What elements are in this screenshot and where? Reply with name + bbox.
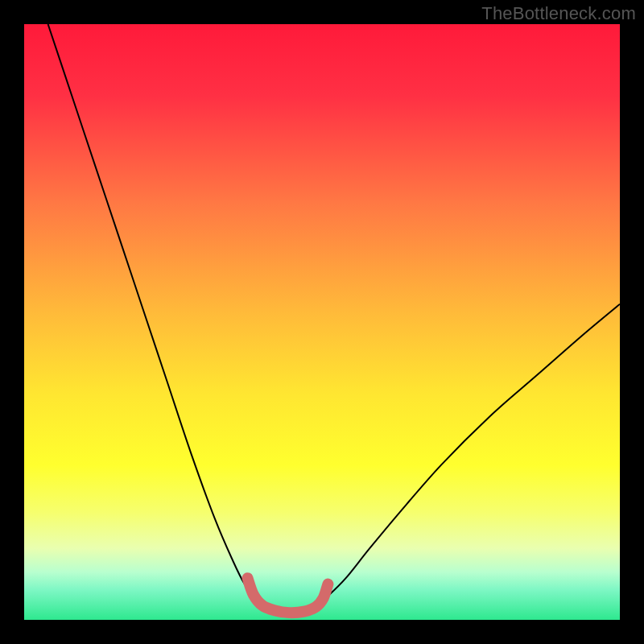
plot-area xyxy=(24,24,620,620)
bottleneck-curve xyxy=(48,24,620,612)
watermark-text: TheBottleneck.com xyxy=(481,3,636,24)
curve-layer xyxy=(24,24,620,620)
highlight-marker xyxy=(248,578,328,613)
chart-frame: TheBottleneck.com xyxy=(0,0,644,644)
